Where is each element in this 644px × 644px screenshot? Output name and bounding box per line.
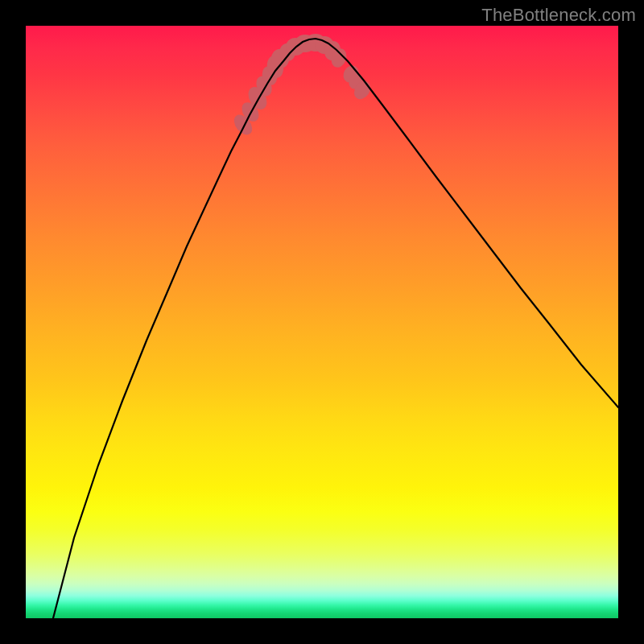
curve-layer (26, 26, 618, 618)
plot-area (26, 26, 618, 618)
highlight-marker-group (230, 34, 374, 138)
watermark-text: TheBottleneck.com (481, 5, 636, 26)
bottleneck-curve (53, 39, 618, 618)
chart-frame: TheBottleneck.com (0, 0, 644, 644)
